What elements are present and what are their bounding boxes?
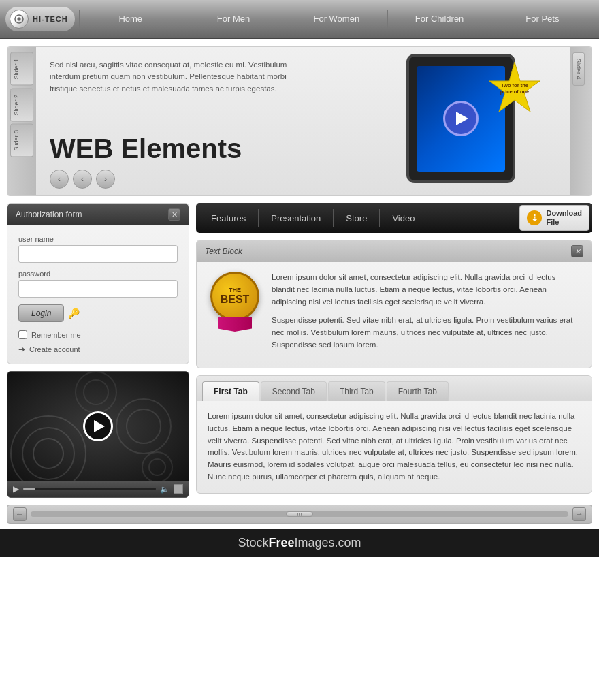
video-progress-bar[interactable]: [23, 488, 156, 490]
feature-tab-store[interactable]: Store: [334, 209, 380, 227]
starburst-badge: Two for the price of one: [488, 62, 541, 115]
nav-for-children[interactable]: For Children: [387, 10, 490, 29]
slider-tab-4[interactable]: Slider 4: [572, 52, 585, 86]
slider-tab-2[interactable]: Slider 2: [10, 89, 33, 122]
slider-prev-arrow[interactable]: ‹: [50, 170, 69, 189]
svg-point-3: [22, 428, 74, 479]
left-column: Authorization form ✕ user name password …: [7, 203, 189, 498]
download-icon: ⇣: [527, 210, 542, 225]
tab-fourth[interactable]: Fourth Tab: [387, 381, 449, 401]
tabs-section: First Tab Second Tab Third Tab Fourth Ta…: [196, 375, 592, 494]
nav-for-women[interactable]: For Women: [285, 10, 387, 29]
svg-point-5: [116, 399, 171, 454]
auth-form-body: user name password Login 🔑 Remember me ➔…: [7, 225, 189, 364]
key-icon: 🔑: [68, 308, 80, 319]
watermark-suffix: Images.com: [295, 536, 361, 550]
arrow-right-icon: ➔: [18, 345, 25, 354]
video-control-play[interactable]: ▶: [13, 484, 19, 494]
text-para-1: Lorem ipsum dolor sit amet, consectetur …: [272, 272, 581, 308]
scroll-grip-2: [299, 513, 300, 516]
create-account-row[interactable]: ➔ Create account: [18, 345, 178, 354]
video-progress-fill: [23, 488, 35, 490]
logo-icon: [10, 10, 29, 29]
svg-point-8: [84, 380, 108, 404]
watermark-stock: Stock: [238, 536, 268, 550]
login-button[interactable]: Login: [18, 304, 64, 322]
video-stop-button[interactable]: [174, 484, 183, 494]
scroll-left-arrow[interactable]: ←: [13, 507, 27, 521]
auth-form-close-button[interactable]: ✕: [168, 208, 180, 221]
remember-me-checkbox[interactable]: [18, 330, 27, 339]
video-volume-icon[interactable]: 🔈: [160, 485, 169, 494]
text-block-title: Text Block: [205, 246, 242, 256]
video-play-button[interactable]: [83, 411, 113, 441]
tab-third[interactable]: Third Tab: [328, 381, 385, 401]
tabs-bar: First Tab Second Tab Third Tab Fourth Ta…: [197, 376, 592, 401]
play-triangle-icon: [456, 112, 468, 125]
video-controls: ▶ 🔈: [7, 481, 189, 497]
slider-text: Sed nisl arcu, sagittis vitae consequat …: [50, 59, 295, 95]
badge-ribbon: [218, 317, 252, 332]
tab-first[interactable]: First Tab: [202, 381, 259, 401]
nav-items: Home For Men For Women For Children For …: [79, 10, 594, 29]
svg-point-6: [127, 409, 161, 443]
tab-second[interactable]: Second Tab: [261, 381, 327, 401]
feature-bar: Features Presentation Store Video ⇣ Down…: [196, 203, 592, 233]
slider-next-arrow[interactable]: ›: [96, 170, 115, 189]
feature-tab-features[interactable]: Features: [199, 209, 259, 227]
navbar: HI-TECH Home For Men For Women For Child…: [0, 0, 599, 39]
feature-tab-video[interactable]: Video: [380, 209, 427, 227]
scroll-right-arrow[interactable]: →: [572, 507, 586, 521]
scroll-thumb[interactable]: [286, 511, 313, 517]
slider-prev-arrow-2[interactable]: ‹: [73, 170, 92, 189]
remember-me-row: Remember me: [18, 330, 178, 339]
device-play-button[interactable]: [443, 101, 479, 136]
nav-home[interactable]: Home: [79, 10, 182, 29]
slider-section: Slider 1 Slider 2 Slider 3 Sed nisl arcu…: [7, 46, 592, 196]
password-label: password: [18, 270, 178, 278]
slider-content: Sed nisl arcu, sagittis vitae consequat …: [36, 47, 570, 195]
text-content: Lorem ipsum dolor sit amet, consectetur …: [272, 272, 581, 358]
download-button[interactable]: ⇣ DownloadFile: [519, 205, 589, 231]
auth-form-header: Authorization form ✕: [7, 204, 189, 225]
watermark: StockFreeImages.com: [0, 529, 599, 557]
remember-me-label: Remember me: [31, 331, 81, 339]
password-input[interactable]: [18, 280, 178, 298]
slider-tab-1[interactable]: Slider 1: [10, 52, 33, 86]
logo-text: HI-TECH: [33, 15, 68, 23]
text-block-close-button[interactable]: ✕: [571, 245, 583, 257]
login-row: Login 🔑: [18, 304, 178, 322]
slider-tab-right: Slider 4: [570, 47, 592, 195]
badge-medal: THE BEST: [210, 272, 259, 321]
badge-best-text: BEST: [221, 293, 250, 306]
tabs-content-text: Lorem ipsum dolor sit amet, consectetur …: [208, 411, 581, 483]
video-player: ▶ 🔈: [7, 371, 189, 498]
watermark-free: Free: [268, 536, 294, 550]
text-block-header: Text Block ✕: [197, 240, 592, 262]
video-display: [7, 372, 189, 481]
slider-device: Two for the price of one: [406, 54, 529, 190]
feature-tab-presentation[interactable]: Presentation: [259, 209, 334, 227]
logo[interactable]: HI-TECH: [5, 7, 75, 31]
slider-tabs-left: Slider 1 Slider 2 Slider 3: [7, 47, 36, 195]
badge-text: Two for the price of one: [497, 82, 532, 95]
username-input[interactable]: [18, 245, 178, 263]
svg-point-10: [149, 459, 165, 475]
tabs-content: Lorem ipsum dolor sit amet, consectetur …: [197, 401, 592, 493]
create-account-label: Create account: [29, 345, 80, 353]
svg-point-2: [11, 416, 86, 481]
video-play-triangle: [94, 420, 105, 432]
right-column: Features Presentation Store Video ⇣ Down…: [196, 203, 592, 498]
auth-form: Authorization form ✕ user name password …: [7, 203, 189, 364]
download-label: DownloadFile: [546, 209, 582, 227]
nav-for-pets[interactable]: For Pets: [491, 10, 594, 29]
bottom-scrollbar: ← →: [7, 505, 592, 524]
scroll-track[interactable]: [31, 511, 568, 517]
slider-tab-3[interactable]: Slider 3: [10, 124, 33, 157]
auth-form-title: Authorization form: [16, 210, 82, 219]
svg-point-4: [33, 439, 63, 468]
text-para-2: Suspendisse potenti. Sed vitae nibh erat…: [272, 315, 581, 351]
svg-point-7: [76, 372, 116, 413]
text-block-body: THE BEST Lorem ipsum dolor sit amet, con…: [197, 262, 592, 368]
nav-for-men[interactable]: For Men: [182, 10, 285, 29]
